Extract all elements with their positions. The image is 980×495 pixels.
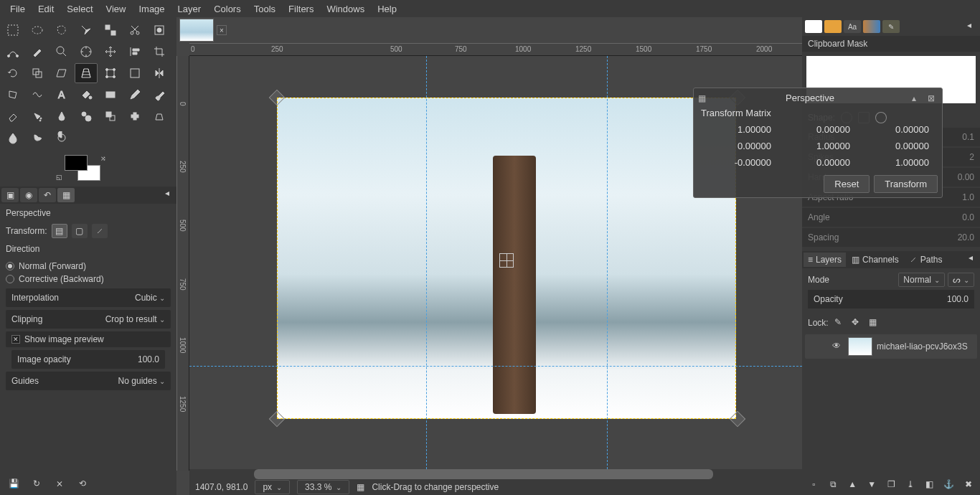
transform-path-button[interactable]: ⟋: [92, 224, 108, 238]
tool-free-select[interactable]: [50, 20, 73, 40]
tool-handle-transform[interactable]: [123, 63, 146, 83]
lock-pixels-icon[interactable]: ✎: [834, 317, 846, 329]
menu-edit[interactable]: Edit: [32, 1, 60, 16]
patterns-tab[interactable]: [824, 20, 842, 33]
ruler-horizontal[interactable]: 0 250 500 750 1000 1250 1500 1750 2000: [189, 43, 802, 56]
delete-preset-icon[interactable]: ⨯: [49, 475, 70, 492]
tool-cage[interactable]: [1, 85, 24, 105]
guide-horizontal[interactable]: [189, 366, 802, 367]
tool-airbrush[interactable]: [26, 106, 49, 126]
direction-normal-radio[interactable]: Normal (Forward): [6, 260, 171, 273]
tool-rect-select[interactable]: [1, 20, 24, 40]
tool-fuzzy-select[interactable]: [75, 20, 98, 40]
save-preset-icon[interactable]: 💾: [3, 475, 24, 492]
tab-images[interactable]: ▦: [57, 188, 75, 202]
ruler-vertical[interactable]: 0 250 500 750 1000 1250: [176, 56, 189, 471]
menu-filters[interactable]: Filters: [283, 1, 319, 16]
tool-smudge[interactable]: [26, 128, 49, 148]
tool-rotate[interactable]: [1, 63, 24, 83]
tool-paths[interactable]: [1, 42, 24, 62]
tool-scale[interactable]: [26, 63, 49, 83]
tool-shear[interactable]: [50, 63, 73, 83]
tool-bucket-fill[interactable]: [75, 85, 98, 105]
show-preview-checkbox[interactable]: ✕Show image preview: [6, 331, 171, 347]
transform-selection-button[interactable]: ▢: [72, 224, 88, 238]
perspective-dialog[interactable]: ▦ Perspective ▴ ⊠ Transform Matrix 1.000…: [693, 88, 943, 198]
horizontal-scrollbar[interactable]: [189, 469, 802, 479]
tool-unified-transform[interactable]: [99, 63, 122, 83]
menu-help[interactable]: Help: [372, 1, 402, 16]
layers-dock-menu-icon[interactable]: ◂: [969, 253, 979, 263]
tool-perspective[interactable]: [75, 63, 98, 83]
raise-layer-icon[interactable]: ▲: [844, 476, 862, 492]
paths-tab[interactable]: ⟋ Paths: [905, 253, 947, 267]
fonts-tab[interactable]: Aa: [844, 20, 861, 33]
guides-select[interactable]: Guides No guides ⌄: [6, 372, 171, 390]
tool-color-picker[interactable]: [26, 42, 49, 62]
spacing-slider[interactable]: Spacing20.0: [802, 228, 980, 247]
tool-flip[interactable]: [148, 63, 171, 83]
image-tab-close-icon[interactable]: ×: [217, 25, 227, 35]
menu-tools[interactable]: Tools: [248, 1, 281, 16]
tool-move[interactable]: [99, 42, 122, 62]
gradients-tab[interactable]: [863, 20, 880, 33]
lock-alpha-icon[interactable]: ▦: [869, 317, 880, 329]
tool-by-color-select[interactable]: [99, 20, 122, 40]
tool-zoom[interactable]: [50, 42, 73, 62]
tool-foreground-select[interactable]: [148, 20, 171, 40]
merge-layer-icon[interactable]: ⤓: [901, 476, 919, 492]
paint-dynamics-tab[interactable]: ✎: [882, 20, 900, 33]
mode-select[interactable]: Normal⌄: [898, 273, 945, 287]
anchor-layer-icon[interactable]: ⚓: [940, 476, 958, 492]
layer-item[interactable]: 👁 michael-liao-pcvJ6ox3S: [805, 334, 977, 359]
tool-perspective-clone[interactable]: [148, 106, 171, 126]
tool-ellipse-select[interactable]: [26, 20, 49, 40]
reset-preset-icon[interactable]: ⟲: [72, 475, 93, 492]
tool-clone[interactable]: [99, 106, 122, 126]
layers-tab[interactable]: ≡ Layers: [804, 253, 846, 267]
transform-button[interactable]: Transform: [874, 175, 938, 193]
dialog-close-icon[interactable]: ⊠: [928, 93, 938, 103]
tool-pencil[interactable]: [123, 85, 146, 105]
tool-text[interactable]: A: [50, 85, 73, 105]
transform-layer-button[interactable]: ▤: [52, 224, 67, 238]
perspective-center-icon[interactable]: [499, 253, 514, 268]
direction-corrective-radio[interactable]: Corrective (Backward): [6, 273, 171, 286]
channels-tab[interactable]: ▥ Channels: [847, 253, 903, 267]
foreground-color[interactable]: [65, 155, 88, 171]
tool-dodge[interactable]: [50, 128, 73, 148]
restore-preset-icon[interactable]: ↻: [26, 475, 47, 492]
tab-device-status[interactable]: ◉: [20, 188, 37, 202]
tool-crop[interactable]: [148, 42, 171, 62]
dock-menu-icon[interactable]: ◂: [165, 188, 175, 198]
menu-colors[interactable]: Colors: [208, 1, 247, 16]
tool-align[interactable]: [123, 42, 146, 62]
dialog-collapse-icon[interactable]: ▴: [912, 93, 922, 103]
tool-heal[interactable]: [123, 106, 146, 126]
layer-visibility-icon[interactable]: 👁: [832, 341, 844, 352]
new-layer-icon[interactable]: ▫: [805, 476, 823, 492]
tool-scissors[interactable]: [123, 20, 146, 40]
tool-mypaint[interactable]: [75, 106, 98, 126]
lock-position-icon[interactable]: ✥: [852, 317, 863, 329]
angle-slider[interactable]: Angle0.0: [802, 208, 980, 227]
guide-vertical-1[interactable]: [426, 56, 427, 469]
duplicate-layer-icon[interactable]: ❐: [882, 476, 900, 492]
tool-ink[interactable]: [50, 106, 73, 126]
tab-tool-options[interactable]: ▣: [1, 188, 19, 202]
menu-file[interactable]: File: [4, 1, 31, 16]
clipping-select[interactable]: Clipping Crop to result ⌄: [6, 310, 171, 329]
layer-thumbnail[interactable]: [848, 337, 872, 356]
lower-layer-icon[interactable]: ▼: [863, 476, 881, 492]
tool-warp[interactable]: [26, 85, 49, 105]
guide-vertical-2[interactable]: [607, 56, 608, 469]
brush-dock-menu-icon[interactable]: ◂: [967, 20, 977, 30]
color-swatch[interactable]: ⤭ ◱: [65, 155, 100, 181]
tool-measure[interactable]: [75, 42, 98, 62]
tab-undo-history[interactable]: ↶: [39, 188, 56, 202]
reset-colors-icon[interactable]: ◱: [56, 174, 62, 181]
menu-select[interactable]: Select: [61, 1, 98, 16]
delete-layer-icon[interactable]: ✖: [959, 476, 977, 492]
reset-button[interactable]: Reset: [824, 175, 870, 193]
brushes-tab[interactable]: [805, 20, 822, 33]
